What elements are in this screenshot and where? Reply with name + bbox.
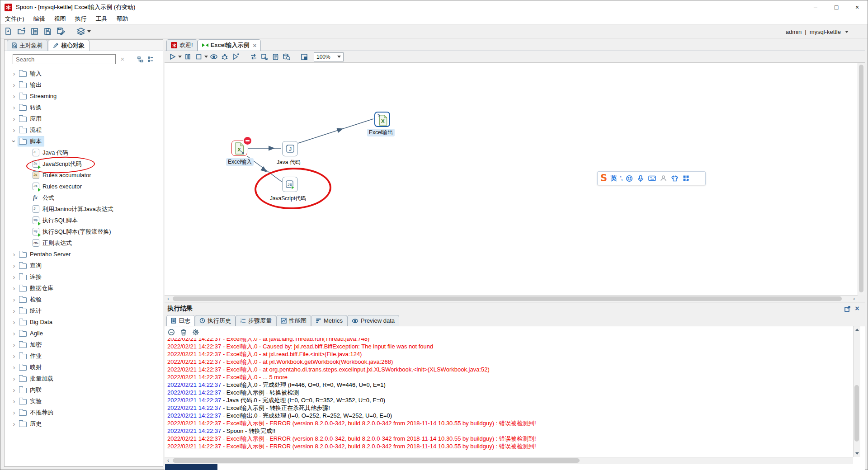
explore-database-icon[interactable] (281, 52, 291, 62)
tree-item[interactable]: 查询 (5, 260, 163, 271)
tree-item[interactable]: 数据仓库 (5, 282, 163, 294)
sql-editor-icon[interactable] (270, 52, 280, 62)
scroll-left-icon[interactable]: ‹ (165, 457, 172, 464)
tree-item[interactable]: 不推荐的 (5, 407, 163, 418)
search-clear-icon[interactable]: × (118, 55, 127, 64)
scroll-up-icon[interactable] (854, 326, 860, 333)
chevron-icon[interactable] (10, 364, 18, 371)
tab-log[interactable]: 日志 (166, 315, 195, 326)
tree-item[interactable]: 公式 (5, 192, 163, 203)
tab-execution-history[interactable]: 执行历史 (195, 315, 236, 326)
account-dropdown-icon[interactable] (845, 31, 849, 33)
tree-item[interactable]: 检验 (5, 294, 163, 305)
chevron-icon[interactable] (10, 409, 18, 416)
clear-log-icon[interactable] (179, 328, 188, 336)
impact-analysis-icon[interactable] (259, 52, 269, 62)
scroll-right-icon[interactable]: › (850, 296, 858, 302)
tree-item[interactable]: 统计 (5, 305, 163, 316)
scroll-left-icon[interactable]: ‹ (165, 296, 172, 302)
canvas-hscroll-thumb[interactable] (173, 296, 842, 301)
log-hscrollbar[interactable]: ‹ (165, 457, 853, 464)
toolbox-icon[interactable] (682, 174, 690, 183)
tree-item[interactable]: 输出 (5, 79, 163, 90)
menu-view[interactable]: 视图 (50, 14, 71, 24)
close-results-icon[interactable]: × (853, 305, 861, 313)
tab-preview-data[interactable]: Preview data (347, 315, 399, 326)
tree-item[interactable]: 执行SQL脚本(字段流替换) (5, 226, 163, 237)
menu-file[interactable]: 文件(F) (0, 14, 29, 24)
verify-transformation-icon[interactable] (249, 52, 259, 62)
chevron-icon[interactable] (10, 127, 18, 133)
stop-icon[interactable] (193, 52, 203, 62)
chevron-icon[interactable] (10, 330, 18, 337)
chevron-icon[interactable] (10, 262, 18, 269)
log-vscrollbar[interactable] (853, 326, 860, 457)
tree-item[interactable]: 批量加载 (5, 373, 163, 384)
tree-item[interactable]: 执行SQL脚本 (5, 215, 163, 226)
menu-run[interactable]: 执行 (71, 14, 91, 24)
emoji-icon[interactable] (625, 174, 633, 183)
tree-item[interactable]: 内联 (5, 384, 163, 395)
run-icon[interactable] (167, 52, 177, 62)
chevron-icon[interactable] (10, 81, 18, 88)
tree-item[interactable]: 作业 (5, 350, 163, 362)
replay-icon[interactable] (231, 52, 241, 62)
tab-excel-input-example[interactable]: Excel输入示例 × (198, 39, 261, 51)
chevron-icon[interactable] (10, 352, 18, 359)
preview-eye-icon[interactable] (209, 52, 219, 62)
skin-icon[interactable] (670, 174, 679, 183)
menu-tools[interactable]: 工具 (91, 14, 112, 24)
chevron-icon[interactable] (10, 93, 18, 99)
pause-icon[interactable] (183, 52, 193, 62)
log-hscroll-thumb[interactable] (173, 458, 580, 463)
chevron-icon[interactable] (10, 307, 18, 314)
ime-punctuation-toggle[interactable]: ’, (620, 175, 622, 182)
tree-item[interactable]: 正则表达式 (5, 237, 163, 249)
chevron-icon[interactable] (10, 251, 18, 258)
tree-item[interactable]: 连接 (5, 271, 163, 282)
chevron-icon[interactable] (10, 104, 18, 111)
chevron-icon[interactable] (10, 273, 18, 280)
tree-item[interactable]: Agile (5, 328, 163, 339)
tree-item[interactable]: JavaScript代码 (5, 158, 163, 169)
java-code-icon[interactable]: J (282, 141, 298, 156)
tab-core-objects[interactable]: 核心对象 (48, 40, 90, 51)
menu-edit[interactable]: 编辑 (29, 14, 50, 24)
log-settings-icon[interactable] (192, 328, 200, 336)
tree-item[interactable]: 加密 (5, 339, 163, 350)
chevron-icon[interactable] (10, 115, 18, 122)
canvas-hscrollbar[interactable]: ‹ › (165, 295, 858, 302)
open-file-icon[interactable] (16, 26, 27, 37)
tab-close-icon[interactable]: × (253, 42, 257, 49)
chevron-icon[interactable] (10, 70, 18, 77)
tree-item[interactable]: 历史 (5, 418, 163, 429)
zoom-select[interactable]: 100% (314, 52, 344, 61)
voice-input-icon[interactable] (637, 174, 645, 183)
run-dropdown-icon[interactable] (178, 56, 182, 58)
perspective-layers-icon[interactable] (75, 26, 86, 37)
transformation-canvas[interactable]: X Excel输入 J Java 代码 X Excel输出 (165, 63, 858, 295)
tab-welcome[interactable]: 欢迎! (166, 39, 198, 51)
save-icon[interactable] (42, 26, 53, 37)
ime-toolbar[interactable]: S 英 ’, (597, 171, 706, 185)
chevron-icon[interactable] (11, 137, 18, 146)
chevron-icon[interactable] (10, 386, 18, 393)
chevron-icon[interactable] (10, 319, 18, 325)
excel-output-icon[interactable]: X (374, 112, 390, 127)
menu-help[interactable]: 帮助 (112, 14, 133, 24)
chevron-icon[interactable] (10, 341, 18, 348)
tree-item[interactable]: 输入 (5, 68, 163, 79)
maximize-button[interactable]: □ (826, 0, 847, 14)
list-view-icon[interactable] (146, 55, 155, 64)
chevron-icon[interactable] (10, 296, 18, 303)
tab-performance-graph[interactable]: 性能图 (276, 315, 311, 326)
chevron-icon[interactable] (10, 375, 18, 382)
minimize-button[interactable]: – (805, 0, 826, 14)
tree-item[interactable]: 利用Janino计算Java表达式 (5, 203, 163, 215)
explore-repository-icon[interactable] (29, 26, 40, 37)
ime-language-toggle[interactable]: 英 (610, 174, 617, 183)
collapse-log-icon[interactable] (167, 328, 175, 336)
canvas-vscroll-thumb[interactable] (859, 65, 863, 292)
tree-item[interactable]: Rules accumulator (5, 169, 163, 181)
tab-main-object-tree[interactable]: 主对象树 (7, 40, 48, 51)
